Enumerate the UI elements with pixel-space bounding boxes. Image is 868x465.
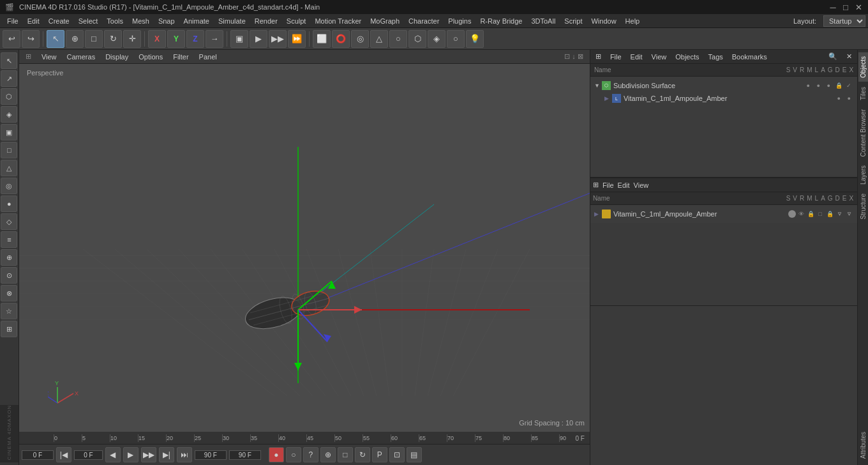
obj-menu-objects[interactable]: Objects xyxy=(673,52,701,61)
left-tool-9[interactable]: ● xyxy=(1,195,17,212)
lower-icon-box[interactable]: □ xyxy=(816,210,825,218)
play-button[interactable]: ▶ xyxy=(123,447,138,462)
lower-tree-item-vitamin[interactable]: ▶ Vitamin_C_1ml_Ampoule_Amber 👁 🔒 □ 🔒 ⛛ … xyxy=(592,208,856,220)
transform-tool-button[interactable]: ✛ xyxy=(123,30,141,48)
ruler-mark-75[interactable]: 75 xyxy=(475,434,503,442)
ruler-mark-10[interactable]: 10 xyxy=(110,434,138,442)
ruler-mark-80[interactable]: 80 xyxy=(503,434,531,442)
move-gizmo-button[interactable]: ⊕ xyxy=(320,447,336,462)
ruler-mark-85[interactable]: 85 xyxy=(531,434,559,442)
rotate-tool-button[interactable]: ↻ xyxy=(104,30,122,48)
render-all-views-button[interactable]: ▶▶ xyxy=(269,30,287,48)
render-active-view-button[interactable]: ▶ xyxy=(250,30,267,48)
menu-render[interactable]: Render xyxy=(250,16,282,26)
menu-animate[interactable]: Animate xyxy=(179,16,214,26)
lock-icon[interactable]: 🔒 xyxy=(834,81,843,90)
torus-primitive-button[interactable]: ○ xyxy=(389,30,407,48)
left-tool-5[interactable]: ▣ xyxy=(1,124,17,141)
tree-checkbox-r[interactable]: ● xyxy=(824,81,833,90)
menu-simulate[interactable]: Simulate xyxy=(214,16,250,26)
menu-tools[interactable]: Tools xyxy=(102,16,128,26)
lower-icon-circle[interactable] xyxy=(788,210,796,218)
ruler-mark-30[interactable]: 30 xyxy=(222,434,250,442)
cube-primitive-button[interactable]: ⬜ xyxy=(313,30,331,48)
lower-icon-lock2[interactable]: 🔒 xyxy=(825,210,834,218)
left-tool-2[interactable]: ↗ xyxy=(1,70,17,87)
left-tool-10[interactable]: ◇ xyxy=(1,213,17,230)
timeline-ruler[interactable]: 0 5 10 15 20 25 30 35 40 45 50 55 60 65 … xyxy=(19,432,590,445)
menu-mograph[interactable]: MoGraph xyxy=(366,16,404,26)
left-tool-11[interactable]: ≡ xyxy=(1,231,17,248)
scale-gizmo-button[interactable]: □ xyxy=(338,447,353,462)
end-frame-field[interactable] xyxy=(195,450,227,460)
axis-y-button[interactable]: Y xyxy=(167,30,185,48)
lower-icon-tag1[interactable]: ⛛ xyxy=(835,210,844,218)
step-back-button[interactable]: ◀ xyxy=(105,447,121,462)
obj-menu-tags[interactable]: Tags xyxy=(706,52,726,61)
menu-create[interactable]: Create xyxy=(44,16,74,26)
record-button[interactable]: ● xyxy=(269,447,284,462)
ruler-mark-65[interactable]: 65 xyxy=(419,434,447,442)
tag-icon[interactable]: ✓ xyxy=(844,81,853,90)
left-tool-16[interactable]: ⊞ xyxy=(1,321,17,337)
left-tool-6[interactable]: □ xyxy=(1,142,17,158)
ruler-mark-55[interactable]: 55 xyxy=(363,434,391,442)
sphere-primitive-button[interactable]: ⭕ xyxy=(332,30,350,48)
left-tool-15[interactable]: ☆ xyxy=(1,303,17,319)
tab-structure[interactable]: Structure xyxy=(858,190,868,224)
axis-x-button[interactable]: X xyxy=(148,30,166,48)
ruler-mark-5[interactable]: 5 xyxy=(82,434,110,442)
auto-key-button[interactable]: ○ xyxy=(286,447,301,462)
ruler-mark-25[interactable]: 25 xyxy=(194,434,222,442)
menu-script[interactable]: Script xyxy=(560,16,587,26)
tab-layers[interactable]: Layers xyxy=(858,162,868,188)
left-tool-4[interactable]: ◈ xyxy=(1,106,17,123)
left-tool-7[interactable]: △ xyxy=(1,160,17,176)
light-button[interactable]: 💡 xyxy=(466,30,484,48)
viewport-menu-options[interactable]: Options xyxy=(136,52,165,61)
obj-menu-view[interactable]: View xyxy=(649,52,670,61)
select-tool-button[interactable]: ↖ xyxy=(47,30,64,48)
lower-icon-lock1[interactable]: 🔒 xyxy=(806,210,815,218)
ruler-mark-45[interactable]: 45 xyxy=(306,434,334,442)
tab-content-browser[interactable]: Content Browser xyxy=(858,105,868,160)
obj-search-icon[interactable]: 🔍 xyxy=(826,52,840,61)
timeline-mode-button[interactable]: ▤ xyxy=(407,447,422,462)
step-forward-to-end-button[interactable]: ▶| xyxy=(159,447,174,462)
capsule-primitive-button[interactable]: ⬡ xyxy=(408,30,426,48)
step-back-to-start-button[interactable]: |◀ xyxy=(56,447,71,462)
tree-item-subdivision[interactable]: ▼ ⬡ Subdivision Surface ● ● ● 🔒 ✓ xyxy=(592,79,856,92)
param-button[interactable]: P xyxy=(372,447,387,462)
menu-mesh[interactable]: Mesh xyxy=(128,16,154,26)
obj-menu-file[interactable]: File xyxy=(608,52,624,61)
viewport-canvas[interactable]: Perspective Grid Spacing : 10 cm X Y Z xyxy=(19,64,590,432)
menu-sculpt[interactable]: Sculpt xyxy=(282,16,311,26)
menu-window[interactable]: Window xyxy=(587,16,620,26)
viewport-menu-panel[interactable]: Panel xyxy=(197,52,220,61)
viewport-menu-display[interactable]: Display xyxy=(103,52,131,61)
render-region-button[interactable]: ▣ xyxy=(230,30,248,48)
obj-close-icon[interactable]: ✕ xyxy=(844,52,855,61)
tree-item-vitamin[interactable]: ▶ L Vitamin_C_1ml_Ampoule_Amber ● ● xyxy=(592,92,856,105)
menu-plugins[interactable]: Plugins xyxy=(444,16,475,26)
menu-select[interactable]: Select xyxy=(74,16,103,26)
rotate-gizmo-button[interactable]: ↻ xyxy=(355,447,370,462)
left-tool-13[interactable]: ⊙ xyxy=(1,267,17,284)
left-tool-12[interactable]: ⊕ xyxy=(1,249,17,266)
key-position-button[interactable]: ? xyxy=(303,447,318,462)
ruler-mark-50[interactable]: 50 xyxy=(334,434,363,442)
axis-all-button[interactable]: → xyxy=(206,30,223,48)
ruler-mark-15[interactable]: 15 xyxy=(138,434,166,442)
scale-tool-button[interactable]: □ xyxy=(85,30,103,48)
cone-primitive-button[interactable]: △ xyxy=(370,30,388,48)
menu-rray[interactable]: R-Ray Bridge xyxy=(475,16,527,26)
menu-file[interactable]: File xyxy=(3,16,23,26)
current-frame-field[interactable] xyxy=(22,450,54,460)
step-forward-button[interactable]: ▶▶ xyxy=(141,447,156,462)
left-tool-1[interactable]: ↖ xyxy=(1,52,17,69)
close-button[interactable]: ✕ xyxy=(854,3,863,11)
lower-obj-menu-edit[interactable]: Edit xyxy=(618,181,630,189)
tree-checkbox-s[interactable]: ● xyxy=(804,81,812,90)
obj-menu-edit[interactable]: Edit xyxy=(628,52,645,61)
viewport-menu-view[interactable]: View xyxy=(39,52,59,61)
